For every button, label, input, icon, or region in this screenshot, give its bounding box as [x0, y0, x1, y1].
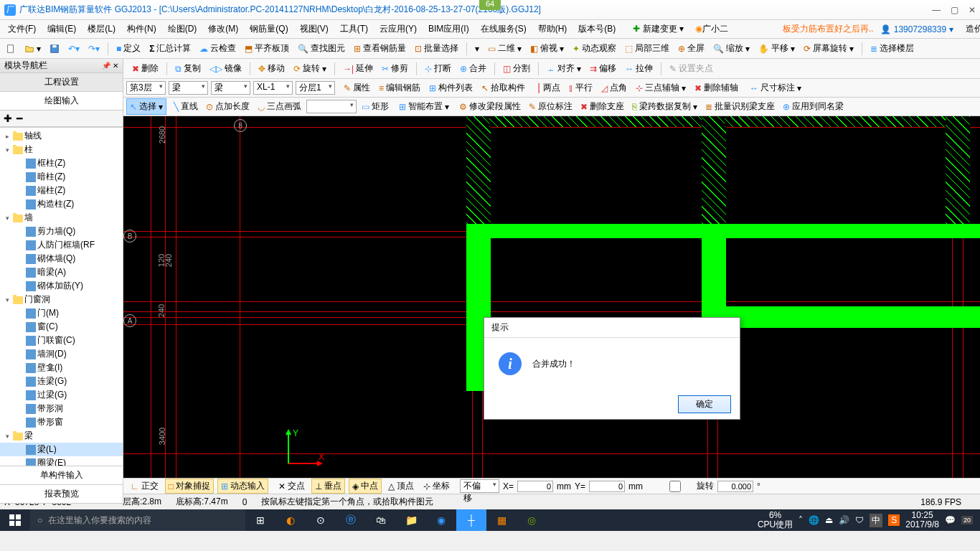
drawing-canvas[interactable]: 8 B A 2680 120 240 240 3400 XY 提示 i 合并成功…	[123, 116, 980, 478]
tree-item[interactable]: 暗柱(Z)	[0, 170, 123, 184]
tree-item[interactable]: 砌体墙(Q)	[0, 252, 123, 265]
findgraph-button[interactable]: 🔍查找图元	[295, 41, 348, 56]
parallel-button[interactable]: ⫿平行	[566, 80, 595, 95]
menu-modify[interactable]: 修改(M)	[203, 21, 243, 37]
fullscreen-button[interactable]: ⊕全屏	[675, 41, 707, 56]
phone-number[interactable]: 13907298339	[894, 24, 946, 34]
dropdown-icon[interactable]: ▾	[472, 42, 482, 55]
tree-item[interactable]: 墙洞(D)	[0, 347, 123, 361]
tray-up-icon[interactable]: ˄	[798, 515, 803, 525]
break-button[interactable]: ⊹打断	[422, 61, 454, 76]
menu-cloud[interactable]: 云应用(Y)	[374, 21, 422, 37]
cat2-combo[interactable]: 梁	[211, 81, 250, 95]
new-file-icon[interactable]	[3, 42, 19, 55]
menu-online[interactable]: 在线服务(S)	[476, 21, 532, 37]
undo-icon[interactable]: ↶▾	[65, 42, 83, 55]
tree-item[interactable]: 梁(L)	[0, 443, 123, 456]
angle-input[interactable]	[717, 481, 753, 492]
tray-usb-icon[interactable]: ⏏	[825, 515, 833, 525]
menu-bim[interactable]: BIM应用(I)	[423, 21, 474, 37]
mirror-button[interactable]: ◁▷镜像	[207, 61, 245, 76]
rect-button[interactable]: ▭矩形	[359, 99, 392, 114]
ptangle-button[interactable]: ◿点角	[598, 80, 630, 95]
tree-item[interactable]: 暗梁(A)	[0, 265, 123, 279]
tree-item[interactable]: 圈梁(E)	[0, 456, 123, 466]
menu-tools[interactable]: 工具(T)	[335, 21, 373, 37]
store-icon[interactable]: 🛍	[366, 509, 396, 531]
notice-text[interactable]: 板受力筋布置好之后再..	[778, 21, 879, 37]
open-file-icon[interactable]: ▾	[22, 42, 44, 55]
birdview-button[interactable]: ◧俯视▾	[527, 41, 567, 56]
trim-button[interactable]: ✂修剪	[379, 61, 411, 76]
cloudcheck-button[interactable]: ☁云检查	[197, 41, 239, 56]
close-icon[interactable]: ✕	[969, 5, 976, 15]
nav-tree[interactable]: ▸轴线▾柱框柱(Z)暗柱(Z)端柱(Z)构造柱(Z)▾墙剪力墙(Q)人防门框墙(…	[0, 127, 123, 466]
tree-item[interactable]: 砌体加筋(Y)	[0, 279, 123, 293]
floor-combo[interactable]: 第3层	[126, 81, 166, 95]
applysame-button[interactable]: ⊕应用到同名梁	[780, 99, 847, 114]
menu-edit[interactable]: 编辑(E)	[42, 21, 81, 37]
pickcomp-button[interactable]: ↖拾取构件	[479, 80, 528, 95]
single-input-tab[interactable]: 单构件输入	[0, 466, 123, 485]
tree-item[interactable]: 窗(C)	[0, 320, 123, 334]
smart-button[interactable]: ⊞智能布置▾	[396, 99, 452, 114]
screenrot-button[interactable]: ⟳屏幕旋转▾	[801, 41, 857, 56]
align-button[interactable]: ⫠对齐▾	[544, 61, 584, 76]
tree-item[interactable]: 端柱(Z)	[0, 184, 123, 197]
pin-icon[interactable]: 📌 ✕	[102, 62, 118, 70]
app6-icon[interactable]: ▦	[486, 509, 517, 531]
tray-vol-icon[interactable]: 🔊	[839, 515, 849, 525]
tree-item[interactable]: ▸轴线	[0, 129, 123, 143]
menu-component[interactable]: 构件(N)	[122, 21, 161, 37]
attr-button[interactable]: ✎属性	[341, 80, 373, 95]
menu-view[interactable]: 视图(V)	[295, 21, 334, 37]
flatroof-button[interactable]: ⬒平齐板顶	[242, 41, 292, 56]
y-input[interactable]	[589, 481, 625, 492]
beamdata-button[interactable]: ⎘梁跨数据复制▾	[629, 99, 700, 114]
merge-button[interactable]: ⊕合并	[457, 61, 489, 76]
menu-floor[interactable]: 楼层(L)	[83, 21, 121, 37]
explorer-icon[interactable]: 📁	[396, 509, 426, 531]
tree-item[interactable]: 剪力墙(Q)	[0, 225, 123, 238]
user-label[interactable]: ◉广小二	[690, 21, 733, 37]
sellayer-button[interactable]: ≣选择楼层	[867, 41, 917, 56]
app2-icon[interactable]: ⊙	[306, 509, 336, 531]
layer-combo[interactable]: 分层1	[296, 81, 335, 95]
report-tab[interactable]: 报表预览	[0, 485, 123, 504]
tree-item[interactable]: 门(M)	[0, 306, 123, 320]
start-button[interactable]	[0, 509, 30, 531]
collapse-icon[interactable]: ━	[17, 113, 22, 124]
complist-button[interactable]: ⊞构件列表	[426, 80, 476, 95]
delaux-button[interactable]: ✖删除辅轴	[692, 80, 741, 95]
edge-icon[interactable]: ⓔ	[336, 509, 366, 531]
delsup-button[interactable]: ✖删除支座	[578, 99, 627, 114]
sogou-icon[interactable]: S	[888, 514, 900, 526]
perp-toggle[interactable]: ⊥ 垂点	[311, 479, 345, 494]
tree-item[interactable]: 带形窗	[0, 415, 123, 429]
menu-help[interactable]: 帮助(H)	[533, 21, 573, 37]
local3d-button[interactable]: ⬚局部三维	[622, 41, 672, 56]
tree-item[interactable]: 带形洞	[0, 402, 123, 415]
dimmark-button[interactable]: ↔尺寸标注▾	[747, 80, 804, 95]
tray-net-icon[interactable]: 🌐	[809, 515, 819, 525]
minimize-icon[interactable]: —	[932, 5, 941, 15]
rotate-button[interactable]: ⟳旋转▾	[291, 61, 329, 76]
app5-icon[interactable]: ┼	[456, 509, 486, 531]
mid-toggle[interactable]: ◈ 中点	[349, 479, 382, 494]
offset-combo[interactable]: 不偏移	[460, 479, 499, 493]
redo-icon[interactable]: ↷▾	[85, 42, 103, 55]
extend-button[interactable]: →|延伸	[340, 61, 376, 76]
menu-draw[interactable]: 绘图(D)	[163, 21, 202, 37]
setclip-button[interactable]: ✎设置夹点	[666, 61, 716, 76]
tree-item[interactable]: 连梁(G)	[0, 375, 123, 388]
tree-item[interactable]: 过梁(G)	[0, 388, 123, 402]
tree-item[interactable]: 框柱(Z)	[0, 156, 123, 170]
twopt-button[interactable]: ⎮两点	[534, 80, 563, 95]
arc3-combo[interactable]	[306, 100, 357, 113]
line-button[interactable]: ╲直线	[171, 99, 201, 114]
ok-button[interactable]: 确定	[678, 395, 731, 413]
tree-item[interactable]: 人防门框墙(RF	[0, 238, 123, 252]
snap-toggle[interactable]: □对象捕捉	[165, 479, 214, 494]
2d-button[interactable]: ▭二维▾	[485, 41, 524, 56]
rotate-checkbox[interactable]	[657, 481, 693, 492]
